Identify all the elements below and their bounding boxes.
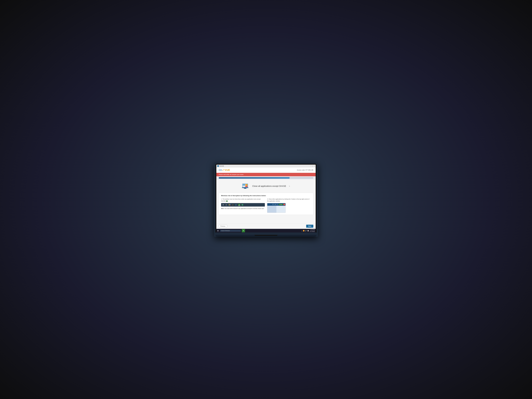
tray-icon-4: 📋 xyxy=(307,230,309,231)
previous-button[interactable]: Previous xyxy=(219,225,227,228)
step1-text: 1. The taskbar must not show lines under… xyxy=(221,198,265,202)
taskbar-icon-3: 🗂 xyxy=(232,204,234,206)
windows-start-button[interactable]: ⊞ xyxy=(217,230,219,232)
laptop-notch xyxy=(254,235,278,236)
back-win-btn: ↩ xyxy=(277,204,278,205)
warning-bar: Please wait while we prepare your exam. xyxy=(216,173,316,176)
taskbar-icon-1: ⊞ xyxy=(225,204,227,206)
logo-on: On xyxy=(219,169,222,171)
svg-rect-9 xyxy=(229,204,229,205)
window-close-btn[interactable]: ✕ xyxy=(283,204,285,205)
title-bar-controls: − □ × xyxy=(310,165,315,167)
svg-rect-2 xyxy=(243,184,245,185)
app-content: On✓VUE Access code: 677-659-196 Please w… xyxy=(216,167,316,229)
svg-rect-10 xyxy=(230,204,230,205)
grid-win-btn: ⊞ xyxy=(274,204,276,205)
instructions-card: Minimize risk of disruption by following… xyxy=(219,193,313,215)
note-text: Note: Your exam will not launch if any a… xyxy=(221,208,265,209)
instructions-heading: Minimize risk of disruption by following… xyxy=(221,195,311,196)
window-title-bar: 🔍 ⊞ ↩ ⤴ Share ✕ xyxy=(267,203,285,206)
laptop-bottom xyxy=(215,233,317,235)
step2-text: 2. Close other applications by clicking … xyxy=(267,198,311,202)
logo-checkmark: ✓ xyxy=(222,169,224,171)
progress-bar-inner xyxy=(219,177,290,179)
system-tray-icons: △ 📶 🔊 📋 xyxy=(301,230,309,231)
onvue-logo: On✓VUE xyxy=(219,169,230,171)
svg-rect-8 xyxy=(244,188,247,189)
tray-icon-2: 📶 xyxy=(303,230,304,231)
screen: V OnVUE − □ × On✓VUE xyxy=(216,165,316,233)
taskbar-icon-5 xyxy=(241,204,243,206)
time: 4:10 PM xyxy=(310,229,315,231)
svg-rect-4 xyxy=(243,186,245,187)
instructions-grid: 1. The taskbar must not show lines under… xyxy=(221,198,311,213)
search-win-btn: 🔍 xyxy=(272,204,274,205)
taskbar-mockup: ⊞ ⊞ 🗂 e V xyxy=(221,203,265,207)
taskbar-onvue-icon[interactable]: V xyxy=(242,229,245,232)
title-bar: V OnVUE − □ × xyxy=(216,165,316,167)
warning-text: Please wait while we prepare your exam. xyxy=(219,174,244,175)
date: 7/17/2020 xyxy=(310,231,315,232)
v-badge: V xyxy=(226,201,228,202)
time-display: 4:10 PM 7/17/2020 xyxy=(310,229,315,232)
instruction-col-2: 2. Close other applications by clicking … xyxy=(267,198,311,213)
close-apps-header: Close all applications except OnVUE ↖ xyxy=(219,182,313,190)
progress-bar-outer xyxy=(219,177,313,179)
window-body xyxy=(267,206,285,213)
access-code: Access code: 677-659-196 xyxy=(297,169,313,171)
main-content: Close all applications except OnVUE ↖ Mi… xyxy=(216,179,316,223)
taskbar-icon-4: e xyxy=(235,204,237,206)
instruction-col-1: 1. The taskbar must not show lines under… xyxy=(221,198,265,213)
tray-icon-3: 🔊 xyxy=(305,230,307,231)
taskbar-icon-2 xyxy=(228,204,231,206)
logo-vue: VUE xyxy=(224,169,230,171)
svg-rect-6 xyxy=(242,188,248,188)
close-button[interactable]: × xyxy=(314,165,315,167)
progress-area xyxy=(216,176,316,179)
window-close-mockup: 🔍 ⊞ ↩ ⤴ Share ✕ xyxy=(267,203,286,213)
nav-buttons: Previous Next xyxy=(216,223,316,229)
monitor-icon xyxy=(242,183,250,189)
svg-rect-3 xyxy=(245,184,247,185)
laptop-frame: V OnVUE − □ × On✓VUE xyxy=(214,162,318,237)
share-btn: ⤴ Share xyxy=(279,204,283,205)
title-bar-icon: V xyxy=(217,165,219,167)
screen-bezel: V OnVUE − □ × On✓VUE xyxy=(215,164,317,233)
title-bar-text: OnVUE xyxy=(220,165,224,167)
minimize-button[interactable]: − xyxy=(310,165,311,167)
windows-taskbar: ⊞ Search Windows V △ 📶 🔊 📋 xyxy=(216,229,316,233)
window-body-left xyxy=(267,206,276,213)
taskbar-win-icon: ⊞ xyxy=(222,204,224,206)
svg-rect-7 xyxy=(244,188,246,188)
taskbar-icon-v-active: V xyxy=(238,204,240,206)
tray-icon-1: △ xyxy=(301,230,302,231)
svg-rect-11 xyxy=(229,205,229,206)
cursor-icon: ↖ xyxy=(289,185,290,187)
laptop-base xyxy=(215,235,317,237)
svg-rect-12 xyxy=(230,205,230,206)
taskbar-right: △ 📶 🔊 📋 4:10 PM 7/17/2020 xyxy=(301,229,315,232)
windows-search-box[interactable]: Search Windows xyxy=(220,230,241,232)
close-apps-title: Close all applications except OnVUE xyxy=(252,185,286,187)
app-header: On✓VUE Access code: 677-659-196 xyxy=(216,167,316,173)
svg-rect-5 xyxy=(245,186,247,187)
window-body-right xyxy=(276,206,285,213)
next-button[interactable]: Next xyxy=(306,225,313,228)
maximize-button[interactable]: □ xyxy=(312,165,313,167)
